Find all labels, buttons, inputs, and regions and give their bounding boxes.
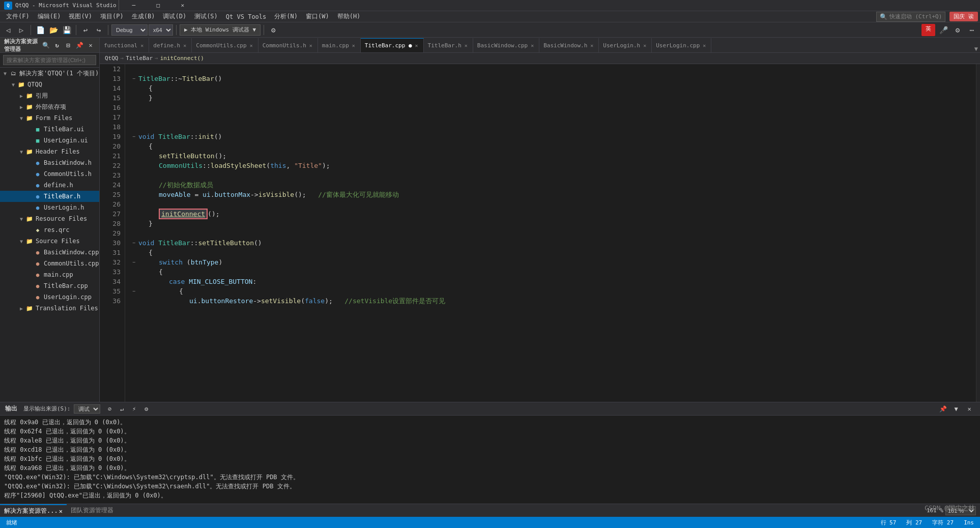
tab-userlogin-cpp[interactable]: UserLogin.cpp ✕ (652, 38, 711, 52)
minimize-button[interactable]: ─ (122, 0, 146, 11)
menu-test[interactable]: 测试(S) (190, 11, 222, 22)
sidebar-search-input[interactable] (3, 55, 96, 65)
tab-overflow-button[interactable]: ▼ (972, 45, 980, 52)
zoom-select[interactable]: 161 % (945, 506, 976, 515)
tree-header-files[interactable]: ▼ 📁 Header Files (0, 146, 99, 157)
tab-basicwindow-h-close[interactable]: ✕ (589, 42, 594, 49)
menu-edit[interactable]: 编辑(E) (34, 11, 65, 22)
status-col[interactable]: 列 27 (904, 517, 924, 528)
tab-define-h-close[interactable]: ✕ (182, 42, 187, 49)
tree-userlogin-ui[interactable]: ■ UserLogin.ui (0, 135, 99, 146)
tree-commonutils-h[interactable]: ● CommonUtils.h (0, 168, 99, 180)
tree-userlogin-cpp[interactable]: ● UserLogin.cpp (0, 291, 99, 303)
tab-define-h[interactable]: define.h ✕ (149, 38, 192, 52)
tab-main-cpp-close[interactable]: ✕ (351, 42, 356, 49)
bottom-tab-team[interactable]: 团队资源管理器 (67, 504, 118, 517)
run-button[interactable]: ▶ 本地 Windows 调试器 ▼ (180, 24, 261, 36)
tab-functional-close[interactable]: ✕ (139, 42, 145, 49)
tab-titlebar-h-close[interactable]: ✕ (464, 42, 469, 49)
tab-functional[interactable]: functional ✕ (100, 38, 149, 52)
output-settings-button[interactable]: ⚙ (141, 403, 152, 415)
sidebar-search-icon[interactable]: 🔍 (41, 41, 50, 50)
tree-titlebar-ui[interactable]: ■ TitleBar.ui (0, 124, 99, 135)
status-line[interactable]: 行 57 (879, 517, 899, 528)
tab-commonutils-cpp-close[interactable]: ✕ (249, 42, 254, 49)
platform-dropdown[interactable]: x64 x86 (149, 24, 173, 36)
tab-basicwindow-cpp[interactable]: BasicWindow.cpp ✕ (473, 38, 539, 52)
tab-commonutils-cpp[interactable]: CommonUtils.cpp ✕ (192, 38, 258, 52)
fold-icon-35[interactable]: − (130, 288, 137, 295)
sidebar-pin-icon[interactable]: 📌 (75, 41, 84, 50)
tab-userlogin-cpp-close[interactable]: ✕ (702, 42, 707, 49)
status-char[interactable]: 字符 27 (930, 517, 956, 528)
tree-translation-files[interactable]: ▶ 📁 Translation Files (0, 303, 99, 314)
menu-help[interactable]: 帮助(H) (333, 11, 365, 22)
open-button[interactable]: 📂 (47, 24, 60, 36)
close-button[interactable]: ✕ (171, 0, 194, 11)
settings-button[interactable]: ⚙ (952, 24, 964, 36)
fold-icon-32[interactable]: − (130, 259, 137, 266)
output-filter-button[interactable]: ⚡ (129, 403, 140, 415)
sidebar-refresh-icon[interactable]: ↻ (52, 41, 62, 50)
tree-basicwindow-cpp[interactable]: ● BasicWindow.cpp (0, 247, 99, 258)
tree-form-files[interactable]: ▼ 📁 Form Files (0, 112, 99, 124)
bottom-tab-solution[interactable]: 解决方案资源管... ✕ (0, 504, 67, 517)
output-source-select[interactable]: 调试 (74, 404, 100, 414)
tree-commonutils-cpp[interactable]: ● CommonUtils.cpp (0, 258, 99, 269)
new-file-button[interactable]: 📄 (34, 24, 46, 36)
tree-basicwindow-h[interactable]: ● BasicWindow.h (0, 157, 99, 168)
maximize-button[interactable]: □ (147, 0, 170, 11)
tree-resource-files[interactable]: ▼ 📁 Resource Files (0, 213, 99, 224)
tab-titlebar-h[interactable]: TitleBar.h ✕ (424, 38, 473, 52)
user-avatar[interactable]: 国庆 诶 (949, 12, 978, 21)
tree-define-h[interactable]: ● define.h (0, 180, 99, 191)
forward-button[interactable]: ▷ (15, 24, 27, 36)
output-collapse-icon[interactable]: ▼ (950, 403, 962, 415)
tree-userlogin-h[interactable]: ● UserLogin.h (0, 202, 99, 213)
more-button[interactable]: ⋯ (966, 24, 978, 36)
fold-icon-12[interactable] (130, 66, 137, 73)
sidebar-collapse-icon[interactable]: ⊟ (64, 41, 73, 50)
tab-userlogin-h[interactable]: UserLogin.h ✕ (599, 38, 652, 52)
save-button[interactable]: 💾 (61, 24, 73, 36)
tab-titlebar-cpp-close[interactable]: ✕ (414, 42, 419, 49)
fold-icon-13[interactable]: − (130, 75, 137, 82)
undo-button[interactable]: ↩ (79, 24, 92, 36)
fold-icon-30[interactable]: − (130, 240, 137, 247)
menu-window[interactable]: 窗口(W) (302, 11, 333, 22)
menu-file[interactable]: 文件(F) (2, 11, 34, 22)
fold-icon-19[interactable]: − (130, 133, 137, 140)
tree-external[interactable]: ▶ 📁 外部依存项 (0, 101, 99, 112)
tree-titlebar-h[interactable]: ● TitleBar.h (0, 191, 99, 202)
menu-qt[interactable]: Qt VS Tools (222, 11, 270, 22)
quick-search-box[interactable]: 🔍 快速启动 (Ctrl+Q) (876, 12, 946, 22)
tab-commonutils-h[interactable]: CommonUtils.h ✕ (258, 38, 318, 52)
code-content[interactable]: − TitleBar::~TitleBar() { } (125, 64, 976, 402)
microphone-button[interactable]: 🎤 (937, 24, 949, 36)
tab-titlebar-cpp[interactable]: TitleBar.cpp ● ✕ (361, 38, 424, 52)
menu-build[interactable]: 生成(B) (128, 11, 159, 22)
bottom-tab-solution-close[interactable]: ✕ (59, 508, 63, 515)
menu-project[interactable]: 项目(P) (96, 11, 128, 22)
redo-button[interactable]: ↪ (93, 24, 105, 36)
tree-project-qtqq[interactable]: ▼ 📁 QTQQ (0, 79, 99, 90)
ime-button[interactable]: 英 (921, 24, 935, 36)
status-ready[interactable]: 就绪 (4, 517, 19, 528)
tab-basicwindow-h[interactable]: BasicWindow.h ✕ (539, 38, 599, 52)
back-button[interactable]: ◁ (2, 24, 14, 36)
output-pin-icon[interactable]: 📌 (937, 403, 948, 415)
tree-titlebar-cpp[interactable]: ● TitleBar.cpp (0, 280, 99, 291)
tree-source-files[interactable]: ▼ 📁 Source Files (0, 236, 99, 247)
status-ins[interactable]: Ins (962, 517, 976, 528)
output-clear-button[interactable]: ⊘ (104, 403, 116, 415)
tab-commonutils-h-close[interactable]: ✕ (308, 42, 313, 49)
output-content[interactable]: 线程 0x9a0 已退出，返回值为 0 (0x0)。 线程 0x62f4 已退出… (0, 416, 980, 504)
output-close-icon[interactable]: ✕ (964, 403, 975, 415)
sidebar-close-icon[interactable]: ✕ (86, 41, 95, 50)
config-dropdown[interactable]: Debug Release (111, 24, 148, 36)
tab-main-cpp[interactable]: main.cpp ✕ (318, 38, 361, 52)
tree-ref[interactable]: ▶ 📁 引用 (0, 90, 99, 101)
tab-userlogin-h-close[interactable]: ✕ (642, 42, 647, 49)
tree-solution[interactable]: ▼ 🗂 解决方案'QTQQ'(1 个项目) (0, 68, 99, 79)
menu-debug[interactable]: 调试(D) (159, 11, 190, 22)
